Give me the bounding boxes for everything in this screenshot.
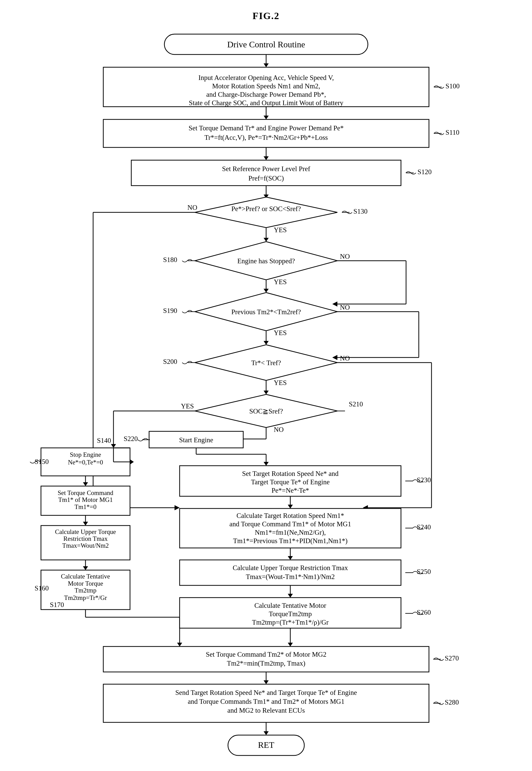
s200-no: NO [340, 354, 350, 362]
svg-marker-30 [332, 355, 337, 360]
s240-line1: Calculate Target Rotation Speed Nm1* [236, 512, 344, 519]
svg-rect-6 [103, 119, 429, 147]
s240-line2: and Torque Command Tm1* of Motor MG1 [229, 520, 351, 528]
s280-line2: and Torque Commands Tm1* and Tm2* of Mot… [188, 698, 344, 705]
s110-line2: Tr*=ft(Acc,V), Pe*=Tr*·Nm2/Gr+Pb*+Loss [204, 134, 328, 141]
s120-line2: Pref=f(SOC) [248, 174, 284, 182]
s190-yes: YES [274, 329, 287, 337]
s270-line2: Tm2*=min(Tm2tmp, Tmax) [227, 660, 305, 667]
calc-tentative-left-line1: Calculate Tentative [61, 573, 110, 580]
calc-upper-left-line3: Tmax=Wout/Nm2 [62, 542, 109, 549]
s240-line4: Tm1*=Previous Tm1*+PID(Nm1,Nm1*) [233, 537, 348, 545]
s200-label: S200 [163, 358, 177, 365]
s110-line1: Set Torque Demand Tr* and Engine Power D… [189, 124, 344, 132]
set-torque-mg1-line3: Tm1*=0 [74, 503, 96, 510]
svg-marker-16 [175, 505, 180, 510]
s130-no: NO [187, 204, 197, 211]
s180-no: NO [340, 253, 350, 260]
s230-line2: Target Torque Te* of Engine [251, 478, 329, 486]
s220-text: Start Engine [179, 436, 213, 444]
s180-yes: YES [274, 278, 287, 286]
s160-label: S160 [35, 585, 49, 592]
s150-label: S150 [35, 458, 49, 465]
s250-line2: Tmax=(Wout-Tm1*·Nm1)/Nm2 [246, 573, 335, 581]
s220-label: S220 [124, 435, 138, 442]
svg-marker-43 [111, 444, 116, 448]
svg-marker-57 [83, 522, 88, 525]
s260-line1: Calculate Tentative Motor [254, 602, 326, 609]
s240-line3: Nm1*=fm1(Ne,Nm2/Gr), [255, 528, 326, 536]
svg-marker-80 [264, 680, 269, 684]
ret-label: RET [258, 740, 274, 750]
svg-marker-74 [288, 594, 293, 598]
s200-text: Tr*< Tref? [251, 359, 281, 367]
s190-text: Previous Tm2*<Tm2ref? [231, 308, 301, 316]
stop-engine-line1: Stop Engine [70, 451, 101, 458]
s260-line3: Tm2tmp=(Tr*+Tm1*/ρ)/Gr [252, 619, 328, 626]
set-torque-mg1-line2: Tm1* of Motor MG1 [58, 496, 113, 503]
s210-no: NO [274, 426, 284, 433]
s100-line4: State of Charge SOC, and Output Limit Wo… [189, 99, 343, 107]
svg-marker-2 [264, 63, 269, 67]
s100-line3: and Charge-Discharge Power Demand Pb*, [206, 91, 326, 98]
s240-label: S240 [417, 523, 431, 531]
s100-label: S100 [445, 82, 460, 90]
calc-upper-left-line2: Restriction Tmax [63, 535, 108, 542]
s190-no: NO [340, 304, 350, 311]
s210-label: S210 [349, 400, 363, 408]
s230-line3: Pe*=Ne*·Te* [271, 486, 309, 494]
svg-marker-23 [332, 302, 337, 307]
s140-label: S140 [97, 437, 111, 444]
svg-marker-51 [264, 462, 269, 466]
start-label: Drive Control Routine [227, 40, 305, 49]
s210-text: SOC≧Sref? [249, 407, 283, 415]
s280-line3: and MG2 to Relevant ECUs [227, 707, 305, 714]
figure-title: FIG.2 [10, 10, 522, 21]
flowchart: Drive Control Routine Input Accelerator … [24, 26, 508, 765]
svg-marker-83 [264, 731, 269, 735]
svg-marker-68 [288, 505, 293, 508]
s270-label: S270 [445, 654, 459, 662]
s170-label: S170 [50, 601, 64, 609]
svg-marker-65 [177, 643, 182, 647]
s280-label: S280 [445, 698, 459, 706]
s130-yes: YES [274, 226, 287, 234]
svg-marker-71 [288, 556, 293, 560]
svg-marker-77 [288, 643, 293, 647]
s180-text: Engine has Stopped? [237, 257, 295, 265]
s280-line1: Send Target Rotation Speed Ne* and Targe… [175, 689, 357, 696]
svg-rect-72 [180, 560, 401, 586]
s260-line2: TorqueTm2tmp [269, 610, 312, 618]
svg-marker-32 [264, 341, 269, 345]
s130-line1: Pe*>Pref? or SOC<Sref? [231, 205, 301, 213]
s100-line2: Motor Rotation Speeds Nm1 and Nm2, [212, 82, 320, 90]
svg-rect-78 [103, 647, 429, 672]
svg-marker-25 [264, 289, 269, 293]
page: FIG.2 Drive Control Routine Input Accele… [0, 0, 532, 771]
stop-engine-line2: Ne*=0,Te*=0 [68, 459, 103, 466]
svg-marker-88 [130, 459, 134, 464]
s230-label: S230 [417, 476, 431, 484]
s120-line1: Set Reference Power Level Pref [222, 165, 310, 172]
svg-marker-18 [264, 238, 269, 242]
calc-upper-left-line1: Calculate Upper Torque [55, 528, 116, 535]
calc-tentative-left-line4: Tm2tmp=Tr*/Gr [64, 594, 107, 601]
calc-tentative-left-line3: Tm2tmp [74, 587, 96, 594]
svg-marker-8 [264, 156, 269, 160]
s100-line1: Input Accelerator Opening Acc, Vehicle S… [198, 74, 334, 81]
svg-marker-5 [264, 115, 269, 119]
s110-label: S110 [445, 128, 459, 136]
s250-line1: Calculate Upper Torque Restriction Tmax [233, 564, 348, 571]
s250-label: S250 [417, 568, 431, 575]
s230-line1: Set Target Rotation Speed Ne* and [242, 470, 338, 477]
s120-label: S120 [418, 168, 432, 176]
s270-line1: Set Torque Command Tm2* of Motor MG2 [206, 651, 326, 658]
svg-marker-39 [264, 391, 269, 394]
svg-marker-54 [83, 482, 88, 486]
s180-label: S180 [163, 256, 177, 264]
s130-label: S130 [353, 208, 368, 215]
s210-yes-label: YES [181, 402, 194, 410]
set-torque-mg1-line1: Set Torque Command [57, 489, 113, 496]
s200-yes: YES [274, 379, 287, 387]
svg-marker-60 [83, 566, 88, 570]
